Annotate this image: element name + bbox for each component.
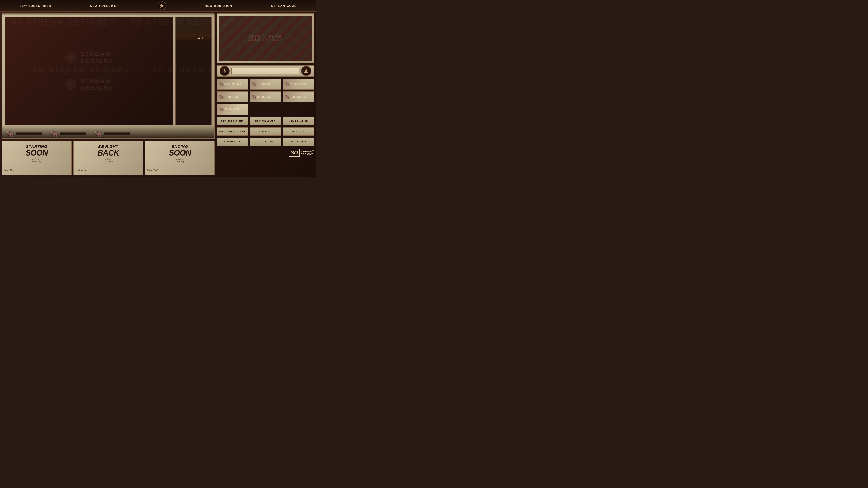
discord-label: DISCORD xyxy=(290,83,306,86)
chat-messages-area xyxy=(176,41,211,125)
main-video-area: STREAM DESIGNZ STREAM DESIGNZ xyxy=(5,17,174,125)
right-section: SD STREAM DESIGNZ $ xyxy=(217,13,314,175)
starting-soon-subtitle: outlaws, Robbery xyxy=(32,158,41,163)
alert-gifted-sub: GIFTED SUB xyxy=(250,137,281,146)
schedule-button[interactable]: 🐂 SCHEDULE xyxy=(250,91,281,102)
logo-shape xyxy=(159,3,164,8)
be-right-back-subtitle: outlaws, Robbery xyxy=(104,158,113,163)
be-right-back-title: BE RIGHT BACK xyxy=(97,144,119,157)
center-logo xyxy=(158,1,166,10)
be-right-back-line2: BACK xyxy=(97,149,119,157)
chat-header: CHAT xyxy=(176,34,211,41)
skull-item-2: 🐂 xyxy=(51,130,86,137)
main-layout: STREAM DESIGNZ STREAM DESIGNZ xyxy=(0,12,316,177)
gear-label: GEAR xyxy=(260,83,270,86)
new-subscriber-label: NEW SUBSCRIBER xyxy=(19,4,52,7)
stream-goal-label: STREAM GOAL xyxy=(271,4,297,7)
alert-follower-label: NEW FOLLOWER xyxy=(255,120,276,122)
chat-section: CHAT xyxy=(175,17,212,125)
rules-label: RULES xyxy=(226,95,238,98)
starting-soon-screen: STARTING SOON outlaws, Robbery Back Want xyxy=(2,140,72,175)
bull-icon-socials: 🐂 xyxy=(284,94,290,100)
new-donation-label: NEW DONATION xyxy=(205,4,232,7)
alert-boxes-row2: GIFTED MEMBERSHIP NEW HOST NEW BITS xyxy=(217,127,314,136)
ending-soon-title: ENDING SOON xyxy=(169,144,191,157)
alert-gifted-membership-label: GIFTED MEMBERSHIP xyxy=(219,130,246,132)
alert-new-bits: NEW BITS xyxy=(282,127,314,136)
alert-host-label: NEW HOST xyxy=(259,130,272,132)
cam-inner: SD STREAM DESIGNZ xyxy=(219,16,312,61)
skull-progress-3 xyxy=(104,132,130,135)
rules-button[interactable]: 🐂 RULES xyxy=(217,91,248,102)
about-me-button[interactable]: 🐂 ABOUT ME xyxy=(217,78,248,90)
alert-new-member: NEW MEMBER xyxy=(217,137,248,146)
skull-icon-3: 🐂 xyxy=(95,130,102,137)
alert-bits-label: NEW BITS xyxy=(292,130,305,132)
skull-progress-2 xyxy=(60,132,86,135)
starting-soon-bottom: Back Want xyxy=(4,169,69,171)
cam-overlay: SD STREAM DESIGNZ xyxy=(217,13,314,63)
socials-button[interactable]: 🐂 SOCIALS xyxy=(282,91,314,102)
cam-watermark: SD STREAM DESIGNZ xyxy=(219,16,312,61)
donate-label: DONATE xyxy=(225,108,240,111)
be-right-back-bottom: Back Want xyxy=(75,169,141,171)
alert-new-follower: NEW FOLLOWER xyxy=(250,117,281,125)
brand-sd-logo: SD xyxy=(289,149,300,157)
socials-label: SOCIALS xyxy=(290,95,306,98)
skull-item-3: 🐂 xyxy=(95,130,130,137)
chat-label: CHAT xyxy=(198,36,209,39)
bull-icon-gear: 🐂 xyxy=(251,82,257,87)
alert-donation-label: NEW DONATION xyxy=(289,120,308,122)
bull-icon-discord: 🐂 xyxy=(284,82,290,87)
trademark-icon: ™ xyxy=(312,150,314,152)
alert-new-donation: NEW DONATION xyxy=(282,117,314,125)
brand-footer: SD STREAM™ DESIGNZ xyxy=(217,148,314,158)
starting-soon-line2: SOON xyxy=(26,149,48,157)
left-section: STREAM DESIGNZ STREAM DESIGNZ xyxy=(2,13,215,175)
brand-name: STREAM™ DESIGNZ xyxy=(301,150,314,156)
ending-soon-screen: ENDING SOON outlaws, Robbery Back Want xyxy=(145,140,215,175)
ending-soon-bottom: Back Want xyxy=(147,169,213,171)
skull-progress-1 xyxy=(16,132,42,135)
donate-button[interactable]: 🐂 DONATE xyxy=(217,104,248,115)
alert-boxes-row3: NEW MEMBER GIFTED SUB SUPER CHAT xyxy=(217,137,314,146)
be-right-back-screen: BE RIGHT BACK outlaws, Robbery Back Want xyxy=(73,140,143,175)
subscriber-badge: $ xyxy=(220,66,229,76)
subscriber-bar xyxy=(231,68,300,74)
ending-soon-line2: SOON xyxy=(169,149,191,157)
bull-icon-donate: 🐂 xyxy=(218,106,224,112)
alert-super-chat: SUPER CHAT xyxy=(282,137,314,146)
chat-preview-area xyxy=(176,17,211,34)
gear-button[interactable]: 🐂 GEAR xyxy=(250,78,281,90)
action-buttons-grid: 🐂 ABOUT ME 🐂 GEAR 🐂 DISCORD 🐂 RULES 🐂 S xyxy=(217,78,314,115)
schedule-label: SCHEDULE xyxy=(256,95,275,98)
alert-subscriber-label: NEW SUBSCRIBER xyxy=(221,120,244,122)
alert-new-subscriber: NEW SUBSCRIBER xyxy=(217,117,248,125)
svg-point-0 xyxy=(305,69,307,71)
bull-icon-rules: 🐂 xyxy=(218,94,224,100)
stream-overlay: STREAM DESIGNZ STREAM DESIGNZ xyxy=(2,13,215,139)
follower-badge xyxy=(301,66,311,76)
skulls-bar: 🐂 🐂 🐂 xyxy=(2,125,214,138)
new-follower-label: NEW FOLLOWER xyxy=(90,4,119,7)
alert-member-label: NEW MEMBER xyxy=(224,141,241,143)
alert-gifted-sub-label: GIFTED SUB xyxy=(258,141,273,143)
alert-boxes-row1: NEW SUBSCRIBER NEW FOLLOWER NEW DONATION xyxy=(217,117,314,125)
preview-screens-row: STARTING SOON outlaws, Robbery Back Want… xyxy=(2,140,215,175)
stream-inner: STREAM DESIGNZ STREAM DESIGNZ xyxy=(5,17,212,125)
stats-row: $ xyxy=(217,65,314,77)
skull-icon-2: 🐂 xyxy=(51,130,58,137)
ending-soon-subtitle: outlaws, Robbery xyxy=(175,158,184,163)
alert-super-chat-label: SUPER CHAT xyxy=(290,141,306,143)
alert-bar: NEW SUBSCRIBER NEW FOLLOWER NEW DONATION… xyxy=(0,0,316,12)
discord-button[interactable]: 🐂 DISCORD xyxy=(282,78,314,90)
about-me-label: ABOUT ME xyxy=(223,83,242,86)
starting-soon-title: STARTING SOON xyxy=(26,144,48,157)
alert-gifted-membership: GIFTED MEMBERSHIP xyxy=(217,127,248,136)
skull-icon-1: 🐂 xyxy=(7,130,14,137)
skull-item-1: 🐂 xyxy=(7,130,42,137)
alert-new-host: NEW HOST xyxy=(250,127,281,136)
